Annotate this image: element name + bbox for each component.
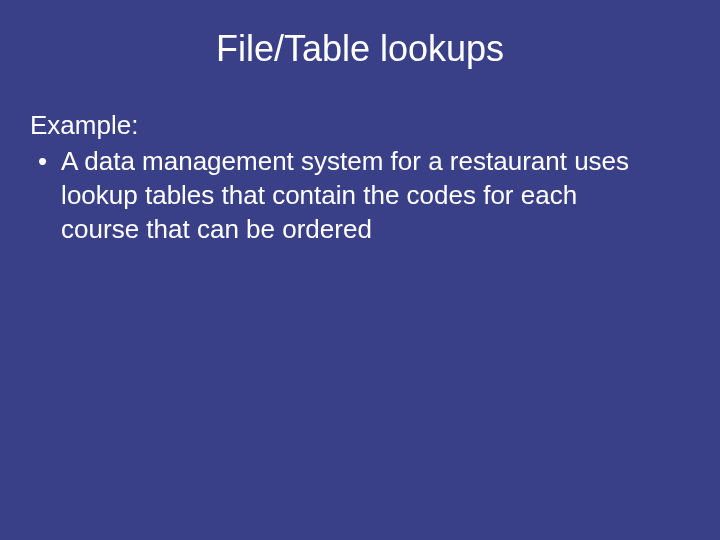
bullet-marker: • <box>38 145 47 179</box>
slide-container: File/Table lookups Example: • A data man… <box>0 0 720 540</box>
bullet-item: • A data management system for a restaur… <box>30 145 690 246</box>
example-label: Example: <box>30 110 690 141</box>
bullet-text: A data management system for a restauran… <box>61 145 690 246</box>
slide-title: File/Table lookups <box>30 28 690 70</box>
